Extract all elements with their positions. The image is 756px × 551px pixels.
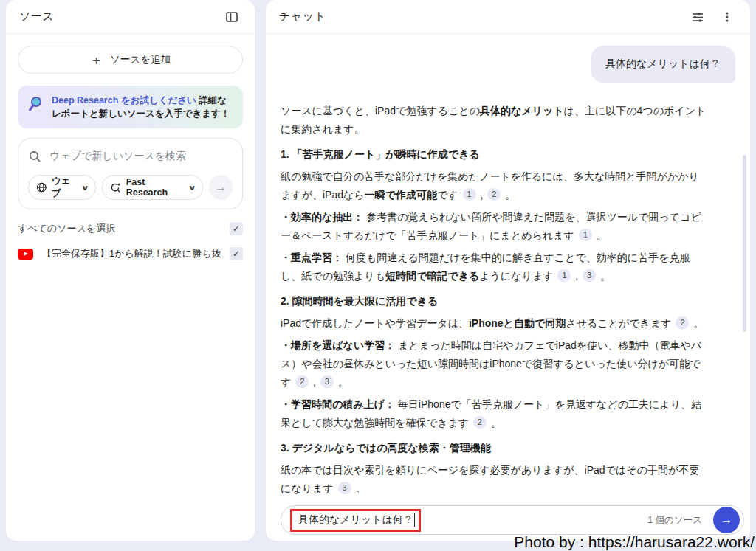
chevron-down-icon: ∨: [80, 184, 89, 192]
source-count-label: 1 個のソース: [647, 514, 702, 527]
add-source-label: ソースを追加: [110, 53, 171, 66]
citation-chip[interactable]: 2: [295, 375, 309, 388]
user-message-bubble: 具体的なメリットは何？: [591, 46, 735, 83]
youtube-icon: [18, 249, 33, 260]
response-paragraph: iPadで作成したノートや学習データは、iPhoneと自動で同期させることができ…: [281, 314, 709, 333]
collapse-panel-button[interactable]: [222, 7, 241, 27]
send-button[interactable]: →: [713, 507, 740, 533]
response-paragraph: ・学習時間の積み上げ： 毎日iPhoneで「苦手克服ノート」を見返すなどの工夫に…: [281, 395, 709, 432]
plus-icon: ＋: [90, 54, 103, 66]
source-checkbox[interactable]: ✓: [230, 247, 243, 260]
sources-panel: ソース ＋ ソースを追加 Deep Research をお試しください 詳細なレ…: [6, 0, 255, 541]
annotation-red-box: 具体的なメリットは何？: [290, 509, 421, 532]
response-text: させることができます: [566, 317, 674, 329]
response-paragraph: ・場所を選ばない学習： まとまった時間は自宅やカフェでiPadを使い、移動中（電…: [281, 336, 709, 392]
response-text: iPadで作成したノートや学習データは、: [281, 317, 469, 329]
photo-credit-watermark: Photo by : https://harusara22.work/: [514, 533, 755, 551]
response-heading: 3. デジタルならではの高度な検索・管理機能: [281, 439, 709, 457]
chat-input-value[interactable]: 具体的なメリットは何？: [298, 513, 413, 527]
text-cursor: [414, 513, 416, 527]
response-paragraph: 紙の勉強で自分の苦手な部分だけを集めたノートを作るには、多大な時間と手間がかかり…: [281, 167, 709, 204]
fast-research-label: Fast Research: [126, 177, 185, 198]
search-placeholder: ウェブで新しいソースを検索: [49, 150, 186, 163]
fast-research-chip[interactable]: Fast Research ∨: [102, 175, 203, 200]
search-options-row: ウェブ ∨ Fast Research ∨ →: [28, 175, 233, 200]
assistant-response: ソースに基づくと、iPadで勉強することの具体的なメリットは、主に以下の4つのポ…: [281, 102, 735, 498]
send-arrow-icon: →: [721, 513, 733, 527]
citation-chip[interactable]: 2: [676, 316, 689, 329]
magnifier-sparkle-icon: [27, 95, 44, 114]
response-paragraph: ソースに基づくと、iPadで勉強することの具体的なメリットは、主に以下の4つのポ…: [281, 102, 709, 139]
response-text: 3. デジタルならではの高度な検索・管理機能: [281, 442, 491, 454]
response-paragraph: ・重点学習： 何度も間違える問題だけを集中的に解き直すことで、効率的に苦手を克服…: [281, 249, 709, 285]
response-heading: 2. 隙間時間を最大限に活用できる: [281, 292, 709, 311]
response-text: ・場所を選ばない学習：: [281, 339, 395, 351]
response-paragraph: 紙の本では目次や索引を頼りにページを探す必要がありますが、iPadではその手間が…: [281, 461, 709, 498]
panel-collapse-icon: [225, 10, 238, 24]
tune-icon: [691, 10, 704, 24]
deep-research-link[interactable]: Deep Research をお試しください: [52, 95, 196, 105]
response-text: iPhoneと自動で同期: [469, 317, 566, 329]
citation-chip[interactable]: 3: [320, 375, 334, 388]
response-text: 。: [690, 317, 704, 329]
citation-chip[interactable]: 1: [463, 188, 476, 201]
response-text: 。: [594, 229, 607, 241]
sources-header: ソース: [6, 0, 255, 34]
select-all-label: すべてのソースを選択: [18, 222, 115, 235]
citation-chip[interactable]: 3: [583, 269, 596, 282]
citation-chip[interactable]: 1: [579, 229, 592, 241]
response-text: 。: [597, 270, 611, 282]
arrow-right-icon: →: [215, 181, 227, 194]
chat-input-bar[interactable]: 具体的なメリットは何？ 1 個のソース →: [281, 505, 744, 535]
chat-message-area: 具体的なメリットは何？ ソースに基づくと、iPadで勉強することの具体的なメリッ…: [266, 34, 750, 498]
citation-chip[interactable]: 3: [338, 482, 351, 494]
notebooklm-app: ソース ＋ ソースを追加 Deep Research をお試しください 詳細なレ…: [0, 0, 756, 551]
chat-panel: チャット 具体的なメリットは何？: [266, 0, 750, 541]
user-message-row: 具体的なメリットは何？: [281, 46, 735, 83]
response-text: 短時間で暗記できる: [385, 270, 479, 282]
chat-header: チャット: [266, 0, 750, 34]
response-text: 。: [353, 482, 366, 494]
chat-title: チャット: [279, 10, 326, 24]
search-input-row[interactable]: ウェブで新しいソースを検索: [28, 150, 233, 163]
select-all-row: すべてのソースを選択 ✓: [18, 222, 243, 235]
citation-chip[interactable]: 2: [473, 416, 487, 429]
response-text: ・学習時間の積み上げ：: [281, 398, 395, 410]
globe-icon: [36, 181, 47, 193]
more-vert-icon: [721, 11, 733, 23]
select-all-checkbox[interactable]: ✓: [230, 222, 243, 235]
response-text: ・効率的な抽出：: [281, 211, 363, 223]
chevron-down-icon: ∨: [188, 184, 196, 192]
response-text: ,: [310, 376, 319, 388]
add-source-button[interactable]: ＋ ソースを追加: [18, 46, 243, 74]
search-icon: [28, 150, 41, 163]
response-text: ・重点学習：: [281, 252, 343, 263]
banner-text: Deep Research をお試しください 詳細なレポートと新しいソースを入手…: [52, 94, 234, 120]
response-text: です: [437, 189, 461, 201]
response-text: ,: [478, 189, 487, 201]
response-paragraph: ・効率的な抽出： 参考書の覚えられない箇所や間違えた問題を、選択ツールで囲ってコ…: [281, 208, 709, 245]
search-submit-button[interactable]: →: [209, 175, 233, 200]
chat-settings-button[interactable]: [688, 7, 707, 27]
source-list-item[interactable]: 【完全保存版】1から解説！試験に勝ち抜... ✓: [18, 247, 243, 260]
web-source-chip[interactable]: ウェブ ∨: [28, 175, 96, 200]
chat-menu-button[interactable]: [718, 7, 737, 27]
sources-title: ソース: [19, 10, 54, 24]
citation-chip[interactable]: 2: [487, 188, 501, 201]
chat-scrollbar[interactable]: [743, 155, 746, 332]
web-chip-label: ウェブ: [52, 175, 78, 200]
deep-research-banner[interactable]: Deep Research をお試しください 詳細なレポートと新しいソースを入手…: [18, 86, 243, 128]
response-text: ようになります: [479, 270, 556, 282]
response-text: 。: [488, 417, 501, 429]
response-text: 。: [502, 189, 515, 201]
response-text: ,: [572, 270, 581, 282]
research-mode-icon: [110, 181, 122, 194]
response-text: ソースに基づくと、iPadで勉強することの: [281, 105, 480, 117]
response-text: 2. 隙間時間を最大限に活用できる: [281, 295, 438, 307]
citation-chip[interactable]: 1: [557, 269, 571, 282]
response-text: 。: [335, 376, 348, 388]
response-heading: 1. 「苦手克服ノート」が瞬時に作成できる: [281, 145, 709, 164]
response-text: 1. 「苦手克服ノート」が瞬時に作成できる: [281, 148, 480, 160]
response-text: 具体的なメリット: [480, 105, 564, 117]
web-search-card: ウェブで新しいソースを検索 ウェブ ∨ Fast Research: [18, 138, 243, 209]
